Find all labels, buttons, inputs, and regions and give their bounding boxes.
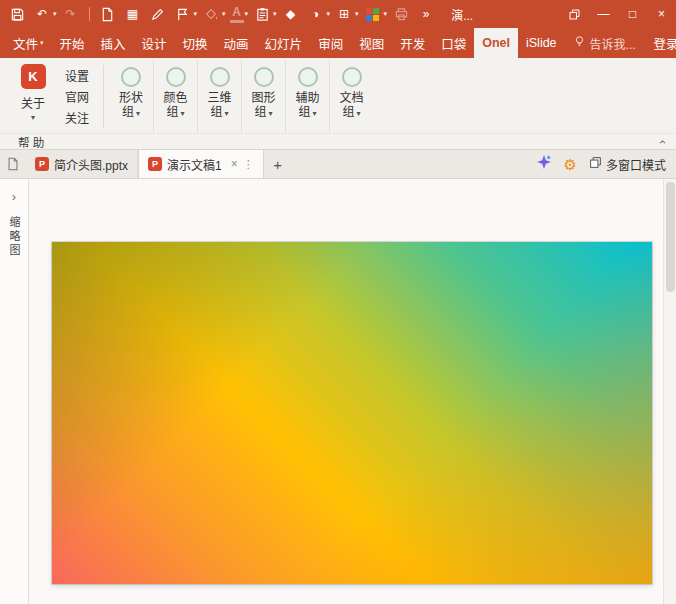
shape-group[interactable]: 形状组 ▾ — [109, 60, 153, 133]
contrast-circle-icon-dropdown[interactable]: ▾ — [327, 10, 331, 18]
ppt-file-icon: P — [148, 157, 162, 171]
three-d-group-label: 三维组 ▾ — [204, 91, 236, 121]
format-painter-icon[interactable] — [148, 3, 168, 25]
settings-link[interactable]: 设置 — [65, 67, 89, 84]
color-palette-icon-dropdown[interactable]: ▾ — [384, 10, 388, 18]
doc-tab-intro[interactable]: P简介头图.pptx — [26, 150, 138, 178]
vertical-scrollbar[interactable] — [663, 179, 676, 604]
assist-group-label: 辅助组 ▾ — [292, 91, 324, 121]
font-color-icon: A — [230, 6, 244, 23]
assist-group-icon — [298, 67, 318, 87]
workspace: › 缩略图 — [0, 179, 676, 604]
window-title: 演... — [451, 6, 473, 23]
doc-tab-presentation[interactable]: P演示文稿1×⋮ — [138, 150, 264, 178]
document-group-label: 文档组 ▾ — [336, 91, 368, 121]
tab-islide[interactable]: iSlide — [518, 28, 565, 58]
tab-transition[interactable]: 切换 — [175, 28, 216, 58]
tab-slideshow[interactable]: 幻灯片 — [257, 28, 311, 58]
beautify-icon[interactable] — [536, 154, 552, 174]
collapse-ribbon-icon[interactable]: › — [655, 140, 669, 144]
slide-canvas[interactable] — [52, 242, 652, 584]
tab-animation[interactable]: 动画 — [216, 28, 257, 58]
ribbon-tabbar: 文件▾开始插入设计切换动画幻灯片审阅视图开发口袋OneliSlide 告诉我..… — [0, 28, 676, 58]
fill-color-icon-dropdown[interactable]: ▾ — [222, 10, 226, 18]
maximize-button[interactable]: □ — [618, 0, 647, 28]
tab-file[interactable]: 文件▾ — [5, 28, 52, 58]
help-button[interactable]: 帮 助 — [18, 134, 44, 150]
close-tab-icon[interactable]: × — [231, 157, 238, 171]
contrast-circle-icon[interactable]: ◑ — [306, 3, 326, 25]
about-button[interactable]: 关于 — [21, 94, 45, 111]
scrollbar-thumb[interactable] — [666, 182, 675, 292]
shape-icon[interactable]: ◆ — [281, 3, 301, 25]
layout-grid-icon[interactable]: ▦ — [123, 3, 143, 25]
three-d-group[interactable]: 三维组 ▾ — [197, 60, 241, 133]
tab-insert[interactable]: 插入 — [93, 28, 134, 58]
follow-link[interactable]: 关注 — [65, 109, 89, 126]
tab-onekey[interactable]: Onel — [474, 28, 518, 58]
app-window: ↶▾↷▦▾▾A▾▾◆◑▾⊞▾▾» 演... —□× 文件▾开始插入设计切换动画幻… — [0, 0, 676, 604]
ribbon-tabs: 文件▾开始插入设计切换动画幻灯片审阅视图开发口袋OneliSlide — [5, 28, 565, 58]
more-tools-icon[interactable]: » — [416, 3, 436, 25]
paste-icon[interactable] — [252, 3, 272, 25]
website-link[interactable]: 官网 — [65, 88, 89, 105]
save-icon[interactable] — [7, 3, 27, 25]
tab-design[interactable]: 设计 — [134, 28, 175, 58]
quick-toolbar: ↶▾↷▦▾▾A▾▾◆◑▾⊞▾▾» — [7, 3, 441, 25]
printer-icon — [391, 3, 411, 25]
graphic-group-icon — [254, 67, 274, 87]
multi-window-button[interactable]: 多窗口模式 — [589, 156, 666, 173]
table-grid-icon[interactable]: ⊞ — [334, 3, 354, 25]
ppt-file-icon: P — [35, 157, 49, 171]
expand-panel-icon[interactable]: › — [0, 189, 28, 204]
plugin-links: 设置官网关注 — [56, 60, 98, 133]
font-color-icon-dropdown[interactable]: ▾ — [245, 10, 249, 18]
new-tab-button[interactable]: + — [264, 150, 292, 178]
graphic-group[interactable]: 图形组 ▾ — [241, 60, 285, 133]
flag-icon[interactable] — [173, 3, 193, 25]
tab-developer[interactable]: 开发 — [392, 28, 433, 58]
document-group-icon — [342, 67, 362, 87]
tell-me-search[interactable]: 告诉我... — [565, 28, 644, 58]
tabbar-right: ⚙ 多窗口模式 — [536, 150, 676, 178]
onekey-logo: K — [21, 64, 46, 89]
color-group-icon — [166, 67, 186, 87]
minimize-button[interactable]: — — [589, 0, 618, 28]
tab-view[interactable]: 视图 — [351, 28, 392, 58]
window-controls: —□× — [560, 0, 676, 28]
file-list-icon[interactable] — [0, 150, 26, 178]
tab-menu-icon[interactable]: ⋮ — [243, 158, 254, 171]
ribbon-panel: K 关于 ▾ 设置官网关注 形状组 ▾颜色组 ▾三维组 ▾图形组 ▾辅助组 ▾文… — [0, 58, 676, 133]
table-grid-icon-dropdown[interactable]: ▾ — [355, 10, 359, 18]
undo-icon-dropdown[interactable]: ▾ — [53, 10, 57, 18]
graphic-group-label: 图形组 ▾ — [248, 91, 280, 121]
paste-icon-dropdown[interactable]: ▾ — [273, 10, 277, 18]
panel-vertical-label: 缩略图 — [6, 216, 22, 258]
fill-color-icon — [201, 3, 221, 25]
tab-home[interactable]: 开始 — [52, 28, 93, 58]
color-group[interactable]: 颜色组 ▾ — [153, 60, 197, 133]
three-d-group-icon — [210, 67, 230, 87]
tab-pocket[interactable]: 口袋 — [433, 28, 474, 58]
titlebar-separator — [89, 7, 90, 21]
assist-group[interactable]: 辅助组 ▾ — [285, 60, 329, 133]
window-restore-button[interactable] — [560, 0, 589, 28]
gear-icon[interactable]: ⚙ — [564, 157, 577, 172]
document-tabbar: P简介头图.pptxP演示文稿1×⋮ + ⚙ 多窗口模式 — [0, 150, 676, 179]
tab-review[interactable]: 审阅 — [310, 28, 351, 58]
tell-me-label: 告诉我... — [590, 35, 636, 52]
color-group-label: 颜色组 ▾ — [160, 91, 192, 121]
flag-icon-dropdown[interactable]: ▾ — [194, 10, 198, 18]
shape-group-icon — [121, 67, 141, 87]
doc-tabs: P简介头图.pptxP演示文稿1×⋮ — [26, 150, 264, 178]
login-button[interactable]: 登录 — [644, 28, 676, 58]
new-doc-icon[interactable] — [98, 3, 118, 25]
color-palette-icon[interactable] — [363, 3, 383, 25]
document-group[interactable]: 文档组 ▾ — [329, 60, 373, 133]
close-button[interactable]: × — [647, 0, 676, 28]
chevron-down-icon[interactable]: ▾ — [31, 113, 35, 122]
bulb-icon — [573, 35, 586, 51]
shape-group-label: 形状组 ▾ — [115, 91, 147, 121]
redo-icon: ↷ — [61, 3, 81, 25]
undo-icon[interactable]: ↶ — [32, 3, 52, 25]
